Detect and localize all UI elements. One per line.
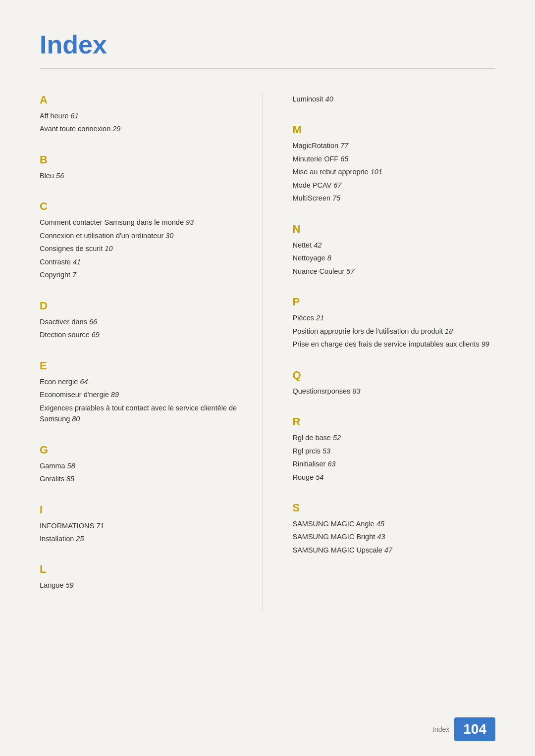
- index-section: MMagicRotation 77Minuterie OFF 65Mise au…: [293, 123, 496, 203]
- section-entries: Dsactiver dans 66Dtection source 69: [40, 316, 243, 341]
- index-entry: Connexion et utilisation d'un ordinateur…: [40, 230, 243, 241]
- index-section: QQuestionsrponses 83: [293, 369, 496, 397]
- entry-page-num: 43: [377, 533, 385, 541]
- entry-page-num: 69: [92, 331, 100, 339]
- right-column: Luminosit 40MMagicRotation 77Minuterie O…: [263, 94, 496, 610]
- index-entry: Rgl de base 52: [293, 432, 496, 443]
- entry-page-num: 75: [332, 194, 340, 202]
- index-entry: Minuterie OFF 65: [293, 153, 496, 164]
- page-title: Index: [40, 30, 495, 59]
- index-entry: Langue 59: [40, 580, 243, 591]
- index-section: IINFORMATIONS 71Installation 25: [40, 504, 243, 545]
- index-entry: Gamma 58: [40, 460, 243, 471]
- index-entry: SAMSUNG MAGIC Upscale 47: [293, 545, 496, 555]
- section-letter: D: [40, 300, 243, 312]
- index-section: CComment contacter Samsung dans le monde…: [40, 200, 243, 280]
- index-entry: Economiseur d'nergie 89: [40, 389, 243, 400]
- section-letter: E: [40, 359, 243, 372]
- index-entry: Installation 25: [40, 533, 243, 544]
- index-entry: Position approprie lors de l'utilisation…: [293, 326, 496, 337]
- section-entries: SAMSUNG MAGIC Angle 45SAMSUNG MAGIC Brig…: [293, 518, 496, 555]
- section-entries: Pièces 21Position approprie lors de l'ut…: [293, 312, 496, 350]
- index-entry: Avant toute connexion 29: [40, 123, 243, 134]
- entry-page-num: 93: [186, 218, 194, 226]
- index-section: LLangue 59: [40, 563, 243, 591]
- section-letter: A: [40, 94, 243, 106]
- index-entry: Dsactiver dans 66: [40, 316, 243, 327]
- section-letter: N: [293, 223, 496, 236]
- entry-page-num: 7: [72, 271, 76, 279]
- entry-page-num: 45: [376, 520, 384, 528]
- entry-page-num: 30: [165, 232, 173, 240]
- index-entry: Aff heure 61: [40, 110, 243, 121]
- index-section: GGamma 58Gnralits 85: [40, 444, 243, 485]
- entry-page-num: 47: [384, 546, 392, 554]
- index-entry: SAMSUNG MAGIC Angle 45: [293, 518, 496, 529]
- section-entries: Luminosit 40: [293, 94, 496, 104]
- section-letter: B: [40, 153, 243, 166]
- entry-page-num: 83: [352, 387, 360, 395]
- entry-page-num: 29: [112, 125, 120, 133]
- entry-page-num: 80: [72, 415, 80, 423]
- index-entry: Copyright 7: [40, 269, 243, 280]
- footer-label: Index: [432, 725, 449, 733]
- section-entries: Aff heure 61Avant toute connexion 29: [40, 110, 243, 135]
- section-letter: S: [293, 502, 496, 514]
- section-entries: Rgl de base 52Rgl prcis 53Rinitialiser 6…: [293, 432, 496, 483]
- index-section: RRgl de base 52Rgl prcis 53Rinitialiser …: [293, 415, 496, 483]
- section-entries: Econ nergie 64Economiseur d'nergie 89Exi…: [40, 376, 243, 425]
- index-entry: Exigences pralables à tout contact avec …: [40, 403, 243, 425]
- index-section: BBleu 56: [40, 153, 243, 181]
- index-section: AAff heure 61Avant toute connexion 29: [40, 94, 243, 135]
- index-entry: Questionsrponses 83: [293, 386, 496, 397]
- index-entry: Mode PCAV 67: [293, 180, 496, 191]
- index-entry: Nuance Couleur 57: [293, 266, 496, 277]
- entry-page-num: 53: [322, 447, 330, 455]
- entry-page-num: 10: [105, 245, 112, 252]
- index-entry: INFORMATIONS 71: [40, 520, 243, 531]
- index-section: EEcon nergie 64Economiseur d'nergie 89Ex…: [40, 359, 243, 425]
- entry-page-num: 58: [67, 462, 75, 470]
- entry-page-num: 71: [96, 522, 104, 530]
- entry-page-num: 63: [327, 460, 335, 468]
- entry-page-num: 21: [316, 314, 324, 322]
- index-section: NNettet 42Nettoyage 8Nuance Couleur 57: [293, 223, 496, 277]
- section-entries: INFORMATIONS 71Installation 25: [40, 520, 243, 545]
- index-entry: SAMSUNG MAGIC Bright 43: [293, 531, 496, 542]
- section-entries: Bleu 56: [40, 170, 243, 181]
- index-section: SSAMSUNG MAGIC Angle 45SAMSUNG MAGIC Bri…: [293, 502, 496, 555]
- index-entry: Bleu 56: [40, 170, 243, 181]
- section-letter: R: [293, 415, 496, 428]
- index-entry: Econ nergie 64: [40, 376, 243, 387]
- section-entries: Langue 59: [40, 580, 243, 591]
- section-entries: Gamma 58Gnralits 85: [40, 460, 243, 485]
- entry-page-num: 54: [316, 473, 323, 481]
- entry-page-num: 59: [65, 581, 73, 589]
- entry-page-num: 42: [314, 241, 321, 249]
- entry-page-num: 67: [333, 181, 341, 189]
- left-column: AAff heure 61Avant toute connexion 29BBl…: [40, 94, 263, 610]
- entry-page-num: 57: [346, 267, 354, 275]
- footer-page-number: 104: [454, 717, 495, 741]
- title-divider: [40, 68, 495, 69]
- entry-page-num: 77: [340, 142, 348, 150]
- index-entry: Rgl prcis 53: [293, 446, 496, 456]
- entry-page-num: 18: [445, 327, 453, 335]
- entry-page-num: 56: [56, 172, 64, 180]
- entry-page-num: 25: [76, 535, 84, 543]
- index-section: PPièces 21Position approprie lors de l'u…: [293, 296, 496, 350]
- index-entry: Prise en charge des frais de service imp…: [293, 339, 496, 350]
- entry-page-num: 61: [71, 112, 79, 120]
- page: Index AAff heure 61Avant toute connexion…: [0, 0, 535, 756]
- content-columns: AAff heure 61Avant toute connexion 29BBl…: [40, 94, 495, 610]
- section-letter: M: [293, 123, 496, 136]
- entry-page-num: 41: [73, 258, 81, 266]
- footer: Index 104: [432, 717, 495, 741]
- index-entry: Mise au rebut approprie 101: [293, 166, 496, 177]
- index-entry: Rinitialiser 63: [293, 458, 496, 469]
- entry-page-num: 64: [80, 378, 88, 386]
- entry-page-num: 85: [66, 475, 74, 483]
- entry-page-num: 65: [340, 155, 348, 163]
- section-entries: Comment contacter Samsung dans le monde …: [40, 217, 243, 280]
- index-entry: MultiScreen 75: [293, 193, 496, 203]
